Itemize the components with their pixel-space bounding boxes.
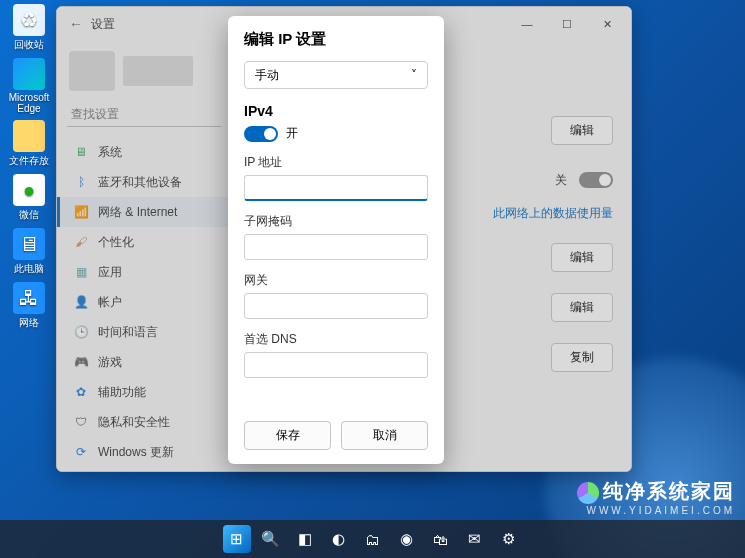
field-label: 网关 <box>244 272 428 289</box>
watermark: 纯净系统家园 WWW.YIDAIMEI.COM <box>577 478 735 516</box>
taskbar-start-icon[interactable]: ⊞ <box>223 525 251 553</box>
desktop-icon-label: 微信 <box>19 208 39 222</box>
folder-icon <box>13 120 45 152</box>
edit-ip-dialog: 编辑 IP 设置 手动 ˅ IPv4 开 IP 地址子网掩码网关首选 DNS 保… <box>228 16 444 464</box>
field-input-1[interactable] <box>244 234 428 260</box>
recycle-bin-icon: ♻ <box>13 4 45 36</box>
taskbar-explorer-icon[interactable]: 🗂 <box>359 525 387 553</box>
monitor-icon: 🖥 <box>13 228 45 260</box>
field-input-0[interactable] <box>244 175 428 201</box>
taskbar-store-icon[interactable]: 🛍 <box>427 525 455 553</box>
taskbar-settings-icon[interactable]: ⚙ <box>495 525 523 553</box>
select-value: 手动 <box>255 67 279 84</box>
network-icon: 🖧 <box>13 282 45 314</box>
watermark-logo-icon <box>577 482 599 504</box>
desktop-icon-file-storage[interactable]: 文件存放 <box>4 120 54 168</box>
chevron-down-icon: ˅ <box>411 68 417 82</box>
desktop-icon-label: Microsoft Edge <box>4 92 54 114</box>
desktop-icon-label: 网络 <box>19 316 39 330</box>
dialog-title: 编辑 IP 设置 <box>244 30 428 49</box>
taskbar-tasks-icon[interactable]: ◧ <box>291 525 319 553</box>
desktop-icons: ♻ 回收站 Microsoft Edge 文件存放 ● 微信 🖥 此电脑 🖧 网… <box>4 4 54 330</box>
taskbar-mail-icon[interactable]: ✉ <box>461 525 489 553</box>
desktop-icon-label: 此电脑 <box>14 262 44 276</box>
desktop-icon-edge[interactable]: Microsoft Edge <box>4 58 54 114</box>
ipv4-toggle[interactable] <box>244 126 278 142</box>
field-label: IP 地址 <box>244 154 428 171</box>
desktop-icon-label: 回收站 <box>14 38 44 52</box>
desktop-icon-this-pc[interactable]: 🖥 此电脑 <box>4 228 54 276</box>
field-label: 首选 DNS <box>244 331 428 348</box>
wechat-icon: ● <box>13 174 45 206</box>
desktop-icon-wechat[interactable]: ● 微信 <box>4 174 54 222</box>
cancel-button[interactable]: 取消 <box>341 421 428 450</box>
field-label: 子网掩码 <box>244 213 428 230</box>
field-input-2[interactable] <box>244 293 428 319</box>
taskbar-search-icon[interactable]: 🔍 <box>257 525 285 553</box>
desktop-icon-label: 文件存放 <box>9 154 49 168</box>
save-button[interactable]: 保存 <box>244 421 331 450</box>
ipv4-section-label: IPv4 <box>244 103 428 119</box>
taskbar: ⊞🔍◧◐🗂◉🛍✉⚙ <box>0 520 745 558</box>
field-input-3[interactable] <box>244 352 428 378</box>
toggle-label: 开 <box>286 125 298 142</box>
ip-mode-select[interactable]: 手动 ˅ <box>244 61 428 89</box>
desktop-icon-recycle-bin[interactable]: ♻ 回收站 <box>4 4 54 52</box>
edge-icon <box>13 58 45 90</box>
desktop-icon-network[interactable]: 🖧 网络 <box>4 282 54 330</box>
taskbar-edge-icon[interactable]: ◉ <box>393 525 421 553</box>
taskbar-widgets-icon[interactable]: ◐ <box>325 525 353 553</box>
